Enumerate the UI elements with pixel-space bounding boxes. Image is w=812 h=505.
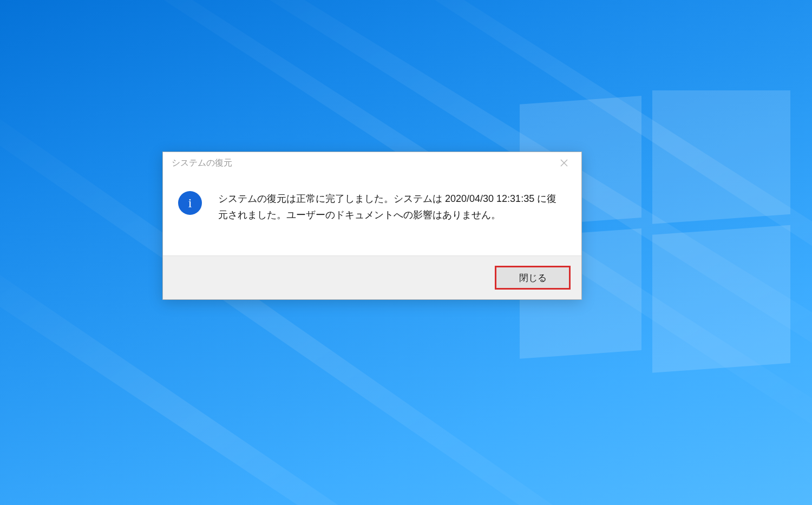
svg-rect-3 bbox=[652, 225, 790, 372]
dialog-titlebar[interactable]: システムの復元 bbox=[163, 152, 581, 174]
window-close-button[interactable] bbox=[553, 154, 575, 172]
dialog-body: i システムの復元は正常に完了しました。システムは 2020/04/30 12:… bbox=[163, 174, 581, 255]
info-icon-letter: i bbox=[188, 196, 192, 211]
close-icon bbox=[560, 159, 568, 167]
dialog-footer: 閉じる bbox=[163, 255, 581, 299]
dialog-message: システムの復元は正常に完了しました。システムは 2020/04/30 12:31… bbox=[218, 190, 566, 223]
svg-rect-1 bbox=[652, 90, 790, 224]
info-icon: i bbox=[178, 191, 202, 215]
close-button[interactable]: 閉じる bbox=[495, 266, 571, 290]
dialog-title: システムの復元 bbox=[172, 158, 232, 169]
system-restore-dialog: システムの復元 i システムの復元は正常に完了しました。システムは 2020/0… bbox=[162, 152, 582, 300]
